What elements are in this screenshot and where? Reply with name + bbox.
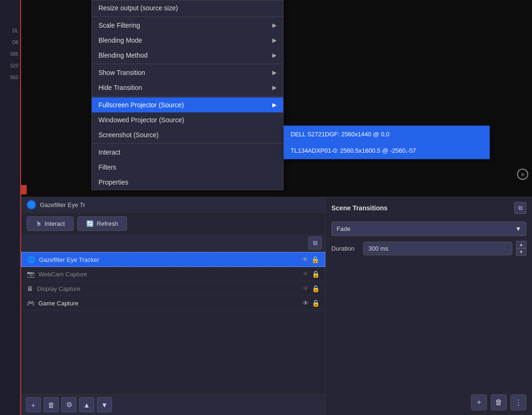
menu-item-resize[interactable]: Resize output (source size) — [92, 0, 283, 15]
red-corner-indicator — [21, 185, 27, 194]
menu-item-fullscreen-projector[interactable]: Fullscreen Projector (Source) ▶ — [92, 97, 283, 112]
menu-item-blending-mode[interactable]: Blending Mode ▶ — [92, 33, 283, 48]
menu-item-show-transition[interactable]: Show Transition ▶ — [92, 65, 283, 80]
gazefilter-source-icon: 🌐 — [27, 256, 35, 263]
fullscreen-projector-submenu: DELL S2721DGF: 2560x1440 @ 0,0 TL134ADXP… — [284, 126, 490, 159]
display-source-name: Display Capture — [37, 285, 299, 292]
submenu-item-dell[interactable]: DELL S2721DGF: 2560x1440 @ 0,0 — [284, 126, 489, 142]
lock-icon[interactable]: 🔒 — [311, 256, 319, 263]
submenu-item-tl134[interactable]: TL134ADXP01-0: 2560.5x1600.5 @ -2560,-57 — [284, 142, 489, 159]
chevron-icon: ▶ — [272, 22, 277, 29]
action-buttons-row: 🖱 Interact 🔄 Refresh — [21, 213, 325, 235]
game-controls: 👁 🔒 — [302, 299, 320, 307]
interact-button[interactable]: 🖱 Interact — [27, 216, 74, 231]
scene-transitions-panel: Scene Transitions ⧉ Fade ▼ Duration 300 … — [326, 197, 532, 415]
gazefilter-source-name: Gazefilter Eye Tracker — [39, 256, 298, 263]
sources-panel: 🌐 Gazefilter Eye Tr 🖱 Interact 🔄 Refresh… — [21, 197, 326, 415]
display-controls: 👁 🔒 — [302, 285, 320, 292]
label-s85: S85 — [10, 52, 18, 57]
bottom-panel: 🌐 Gazefilter Eye Tr 🖱 Interact 🔄 Refresh… — [21, 197, 532, 415]
duration-input[interactable]: 300 ms — [363, 242, 512, 255]
menu-divider-1 — [92, 16, 283, 17]
label-dl: DL — [12, 28, 18, 33]
eye-icon-off[interactable]: 👁 — [302, 285, 309, 292]
spin-up-button[interactable]: ▲ — [516, 241, 526, 248]
fade-dropdown[interactable]: Fade ▼ — [331, 222, 526, 236]
sources-bottom-toolbar: + 🗑 ⚙ ▲ ▼ — [21, 394, 325, 415]
gazefilter-scene-icon: 🌐 — [27, 200, 36, 209]
menu-divider-2 — [92, 64, 283, 64]
fade-select-row: Fade ▼ — [331, 222, 526, 236]
eye-icon-off[interactable]: 👁 — [302, 270, 309, 278]
label-d8: D8 — [12, 40, 18, 45]
source-item-webcam[interactable]: 📷 WebCam Capture 👁 🔒 — [21, 267, 325, 282]
game-source-icon: 🎮 — [27, 299, 35, 307]
add-transition-button[interactable]: + — [471, 394, 487, 410]
lock-icon[interactable]: 🔒 — [312, 285, 320, 292]
menu-item-interact[interactable]: Interact — [92, 145, 283, 160]
menu-item-properties[interactable]: Properties — [92, 175, 283, 190]
chevron-icon: ▶ — [272, 37, 277, 44]
interact-icon: 🖱 — [36, 220, 42, 227]
menu-divider-3 — [92, 96, 283, 96]
sources-toolbar: ⧉ — [21, 235, 325, 252]
settings-source-button[interactable]: ⚙ — [61, 397, 76, 412]
refresh-button[interactable]: 🔄 Refresh — [77, 216, 127, 231]
menu-item-scale-filtering[interactable]: Scale Filtering ▶ — [92, 18, 283, 33]
move-up-button[interactable]: ▲ — [79, 397, 94, 412]
duration-spin-buttons: ▲ ▼ — [516, 241, 526, 256]
source-item-gazefilter[interactable]: 🌐 Gazefilter Eye Tracker 👁 🔒 — [21, 252, 325, 267]
source-item-game[interactable]: 🎮 Game Capture 👁 🔒 — [21, 296, 325, 311]
left-sidebar: DL D8 S85 S20 S60 — [0, 0, 21, 415]
timeline-labels: DL D8 S85 S20 S60 — [0, 28, 20, 80]
label-s60: S60 — [10, 75, 18, 80]
menu-item-blending-method[interactable]: Blending Method ▶ — [92, 48, 283, 63]
projector-icon[interactable]: ⊕ — [517, 169, 528, 180]
dropdown-chevron-icon: ▼ — [515, 225, 521, 232]
duration-row: Duration 300 ms ▲ ▼ — [331, 241, 526, 256]
context-menu: Resize output (source size) Scale Filter… — [91, 0, 284, 190]
webcam-controls: 👁 🔒 — [302, 270, 320, 278]
refresh-icon: 🔄 — [86, 220, 94, 227]
game-source-name: Game Capture — [38, 300, 299, 307]
transitions-actions: + 🗑 ⋮ — [331, 394, 526, 410]
menu-item-filters[interactable]: Filters — [92, 160, 283, 175]
remove-source-button[interactable]: 🗑 — [44, 397, 59, 412]
add-source-button[interactable]: + — [26, 397, 41, 412]
webcam-source-icon: 📷 — [27, 270, 35, 278]
display-source-icon: 🖥 — [27, 285, 33, 292]
transitions-panel-header: Scene Transitions ⧉ — [331, 202, 526, 214]
eye-icon[interactable]: 👁 — [302, 256, 308, 263]
menu-item-hide-transition[interactable]: Hide Transition ▶ — [92, 80, 283, 95]
duration-label: Duration — [331, 245, 360, 252]
eye-icon[interactable]: 👁 — [302, 299, 309, 307]
source-list: 🌐 Gazefilter Eye Tracker 👁 🔒 📷 WebCam Ca… — [21, 252, 325, 394]
sources-expand-icon[interactable]: ⧉ — [308, 237, 322, 250]
lock-icon[interactable]: 🔒 — [312, 299, 320, 307]
spin-down-button[interactable]: ▼ — [516, 248, 526, 256]
move-down-button[interactable]: ▼ — [97, 397, 112, 412]
transitions-panel-title: Scene Transitions — [331, 204, 388, 212]
chevron-icon: ▶ — [272, 84, 277, 91]
lock-icon[interactable]: 🔒 — [312, 270, 320, 278]
webcam-source-name: WebCam Capture — [38, 271, 299, 278]
menu-item-screenshot[interactable]: Screenshot (Source) — [92, 127, 283, 142]
gazefilter-scene-bar: 🌐 Gazefilter Eye Tr — [21, 197, 325, 213]
source-item-display[interactable]: 🖥 Display Capture 👁 🔒 — [21, 282, 325, 296]
gazefilter-scene-name: Gazefilter Eye Tr — [40, 201, 85, 208]
chevron-icon: ▶ — [272, 102, 277, 108]
more-transition-options-button[interactable]: ⋮ — [510, 394, 526, 410]
gazefilter-controls: 👁 🔒 — [302, 256, 319, 263]
label-s20: S20 — [10, 63, 18, 68]
chevron-icon: ▶ — [272, 69, 277, 76]
chevron-icon: ▶ — [272, 52, 277, 59]
menu-divider-4 — [92, 143, 283, 144]
menu-item-windowed-projector[interactable]: Windowed Projector (Source) — [92, 112, 283, 127]
transitions-expand-icon[interactable]: ⧉ — [514, 202, 526, 214]
remove-transition-button[interactable]: 🗑 — [491, 394, 507, 410]
